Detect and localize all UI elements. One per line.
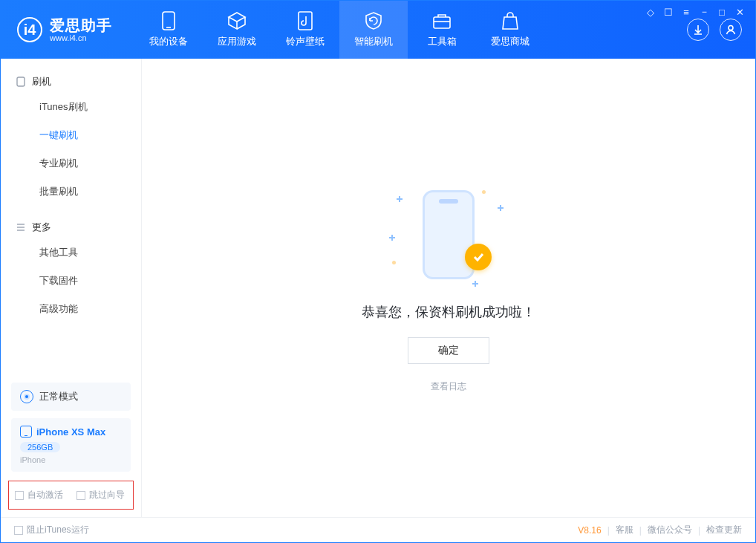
phone-small-icon [16, 77, 26, 87]
support-link[interactable]: 客服 [616, 524, 633, 536]
titlebar: i4 爱思助手 www.i4.cn 我的设备 应用游戏 铃声壁纸 智能刷机 [1, 1, 755, 59]
device-name: iPhone XS Max [36, 426, 105, 438]
view-log-link[interactable]: 查看日志 [431, 380, 466, 393]
tab-toolbox[interactable]: 工具箱 [408, 1, 476, 59]
app-url: www.i4.cn [50, 33, 112, 42]
device-capacity: 256GB [20, 442, 60, 452]
phone-illustration-icon [423, 190, 475, 279]
sidebar-item-batch-flash[interactable]: 批量刷机 [1, 178, 141, 206]
sidebar: 刷机 iTunes刷机 一键刷机 专业刷机 批量刷机 更多 其他工具 下载固件 … [1, 59, 142, 517]
tab-apps[interactable]: 应用游戏 [203, 1, 271, 59]
svg-rect-6 [17, 77, 25, 86]
device-mode[interactable]: 正常模式 [11, 383, 131, 411]
tab-smart-flash[interactable]: 智能刷机 [339, 1, 408, 59]
checkmark-badge-icon [465, 244, 492, 270]
bag-icon [501, 11, 520, 30]
logo: i4 爱思助手 www.i4.cn [1, 1, 134, 59]
maximize-button[interactable]: □ [717, 7, 727, 17]
refresh-shield-icon [364, 11, 383, 30]
device-icon [159, 11, 178, 30]
close-button[interactable]: ✕ [734, 7, 745, 17]
version-label: V8.16 [578, 525, 601, 536]
tab-ringtones[interactable]: 铃声壁纸 [271, 1, 339, 59]
checkbox-block-itunes[interactable]: 阻止iTunes运行 [14, 524, 89, 536]
download-button[interactable] [687, 19, 709, 41]
toolbox-icon [432, 11, 452, 30]
tab-store[interactable]: 爱思商城 [476, 1, 544, 59]
list-icon [16, 222, 26, 233]
success-illustration [389, 183, 508, 287]
sidebar-item-itunes-flash[interactable]: iTunes刷机 [1, 93, 141, 121]
sidebar-section-flash: 刷机 [1, 71, 141, 93]
svg-rect-3 [434, 17, 450, 28]
nav-tabs: 我的设备 应用游戏 铃声壁纸 智能刷机 工具箱 爱思商城 [134, 1, 544, 59]
sidebar-item-pro-flash[interactable]: 专业刷机 [1, 149, 141, 178]
tab-my-device[interactable]: 我的设备 [134, 1, 203, 59]
device-type: iPhone [20, 455, 122, 464]
success-message: 恭喜您，保资料刷机成功啦！ [362, 303, 535, 321]
menu-icon[interactable]: ≡ [681, 7, 691, 17]
shirt-icon[interactable]: ◇ [645, 7, 656, 17]
minimize-button[interactable]: － [699, 7, 709, 17]
mode-indicator-icon [20, 390, 33, 403]
sidebar-item-download-firmware[interactable]: 下载固件 [1, 267, 141, 295]
sidebar-section-more: 更多 [1, 216, 141, 238]
wechat-link[interactable]: 微信公众号 [648, 524, 692, 536]
checkbox-auto-activate[interactable]: 自动激活 [15, 489, 63, 501]
feedback-icon[interactable]: ☐ [663, 7, 674, 17]
main-content: 恭喜您，保资料刷机成功啦！ 确定 查看日志 [142, 59, 755, 517]
app-name: 爱思助手 [50, 17, 112, 33]
svg-rect-2 [299, 12, 312, 30]
account-button[interactable] [720, 19, 742, 41]
app-window: i4 爱思助手 www.i4.cn 我的设备 应用游戏 铃声壁纸 智能刷机 [0, 0, 756, 543]
highlighted-options: 自动激活 跳过向导 [8, 481, 134, 510]
device-card[interactable]: iPhone XS Max 256GB iPhone [11, 418, 131, 472]
logo-icon: i4 [17, 17, 42, 42]
cube-icon [227, 11, 247, 30]
statusbar: 阻止iTunes运行 V8.16 | 客服 | 微信公众号 | 检查更新 [1, 517, 755, 542]
check-update-link[interactable]: 检查更新 [706, 524, 742, 536]
sidebar-item-oneclick-flash[interactable]: 一键刷机 [1, 121, 141, 149]
phone-icon [20, 426, 32, 438]
ok-button[interactable]: 确定 [408, 337, 489, 364]
sidebar-item-other-tools[interactable]: 其他工具 [1, 238, 141, 267]
svg-point-5 [729, 26, 733, 30]
sidebar-item-advanced[interactable]: 高级功能 [1, 295, 141, 323]
checkbox-skip-guide[interactable]: 跳过向导 [76, 489, 125, 501]
music-file-icon [296, 11, 315, 30]
